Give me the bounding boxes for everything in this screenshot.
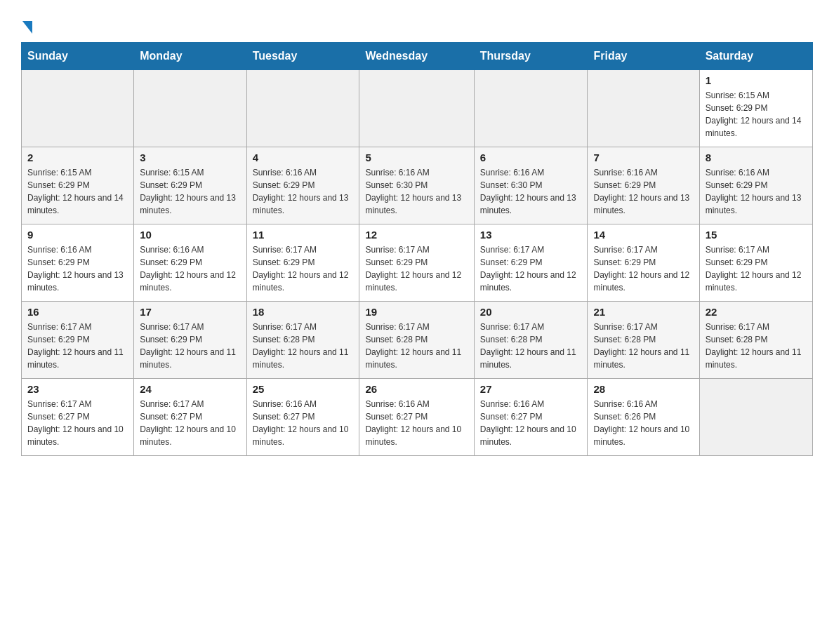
calendar-cell: 23Sunrise: 6:17 AMSunset: 6:27 PMDayligh…	[22, 379, 134, 456]
calendar-header-friday: Friday	[588, 43, 699, 70]
calendar-cell: 13Sunrise: 6:17 AMSunset: 6:29 PMDayligh…	[474, 224, 588, 302]
calendar-cell: 25Sunrise: 6:16 AMSunset: 6:27 PMDayligh…	[246, 379, 359, 456]
page-header	[21, 14, 813, 35]
calendar-cell: 14Sunrise: 6:17 AMSunset: 6:29 PMDayligh…	[588, 224, 699, 302]
calendar-cell: 27Sunrise: 6:16 AMSunset: 6:27 PMDayligh…	[474, 379, 588, 456]
calendar-cell: 3Sunrise: 6:15 AMSunset: 6:29 PMDaylight…	[134, 147, 246, 224]
calendar-header-saturday: Saturday	[699, 43, 812, 70]
day-info: Sunrise: 6:17 AMSunset: 6:29 PMDaylight:…	[140, 321, 240, 371]
calendar-cell: 2Sunrise: 6:15 AMSunset: 6:29 PMDaylight…	[22, 147, 134, 224]
day-info: Sunrise: 6:17 AMSunset: 6:27 PMDaylight:…	[27, 398, 128, 448]
day-info: Sunrise: 6:15 AMSunset: 6:29 PMDaylight:…	[140, 166, 240, 217]
calendar-cell: 22Sunrise: 6:17 AMSunset: 6:28 PMDayligh…	[699, 302, 812, 379]
calendar-cell: 26Sunrise: 6:16 AMSunset: 6:27 PMDayligh…	[359, 379, 474, 456]
day-number: 18	[253, 306, 354, 318]
day-number: 8	[706, 152, 807, 163]
calendar-cell: 1Sunrise: 6:15 AMSunset: 6:29 PMDaylight…	[699, 70, 812, 147]
day-info: Sunrise: 6:17 AMSunset: 6:28 PMDaylight:…	[593, 321, 693, 371]
day-info: Sunrise: 6:16 AMSunset: 6:27 PMDaylight:…	[365, 398, 468, 448]
day-number: 13	[480, 229, 582, 241]
calendar-cell	[134, 70, 246, 147]
day-info: Sunrise: 6:15 AMSunset: 6:29 PMDaylight:…	[706, 89, 807, 140]
calendar-header-wednesday: Wednesday	[359, 43, 474, 70]
calendar-cell	[588, 70, 699, 147]
calendar-week-row: 2Sunrise: 6:15 AMSunset: 6:29 PMDaylight…	[22, 147, 813, 224]
calendar-cell: 16Sunrise: 6:17 AMSunset: 6:29 PMDayligh…	[22, 302, 134, 379]
day-info: Sunrise: 6:16 AMSunset: 6:29 PMDaylight:…	[593, 166, 693, 217]
day-number: 21	[593, 306, 693, 318]
day-info: Sunrise: 6:15 AMSunset: 6:29 PMDaylight:…	[27, 166, 128, 217]
calendar-header-thursday: Thursday	[474, 43, 588, 70]
calendar-cell: 17Sunrise: 6:17 AMSunset: 6:29 PMDayligh…	[134, 302, 246, 379]
day-number: 3	[140, 152, 240, 163]
day-number: 20	[480, 306, 582, 318]
day-number: 23	[27, 383, 128, 395]
calendar-cell: 21Sunrise: 6:17 AMSunset: 6:28 PMDayligh…	[588, 302, 699, 379]
day-number: 5	[365, 152, 468, 163]
calendar-header-tuesday: Tuesday	[246, 43, 359, 70]
day-info: Sunrise: 6:16 AMSunset: 6:30 PMDaylight:…	[480, 166, 582, 217]
day-number: 14	[593, 229, 693, 241]
day-number: 28	[593, 383, 693, 395]
calendar-cell	[359, 70, 474, 147]
day-number: 9	[27, 229, 128, 241]
day-info: Sunrise: 6:17 AMSunset: 6:29 PMDaylight:…	[706, 243, 807, 294]
day-info: Sunrise: 6:17 AMSunset: 6:28 PMDaylight:…	[706, 321, 807, 371]
calendar-header-monday: Monday	[134, 43, 246, 70]
calendar-week-row: 9Sunrise: 6:16 AMSunset: 6:29 PMDaylight…	[22, 224, 813, 302]
day-number: 27	[480, 383, 582, 395]
calendar-cell: 6Sunrise: 6:16 AMSunset: 6:30 PMDaylight…	[474, 147, 588, 224]
day-number: 12	[365, 229, 468, 241]
calendar-cell	[699, 379, 812, 456]
calendar-week-row: 1Sunrise: 6:15 AMSunset: 6:29 PMDaylight…	[22, 70, 813, 147]
calendar-cell: 20Sunrise: 6:17 AMSunset: 6:28 PMDayligh…	[474, 302, 588, 379]
day-number: 10	[140, 229, 240, 241]
calendar-cell: 12Sunrise: 6:17 AMSunset: 6:29 PMDayligh…	[359, 224, 474, 302]
day-info: Sunrise: 6:17 AMSunset: 6:29 PMDaylight:…	[480, 243, 582, 294]
day-number: 6	[480, 152, 582, 163]
day-number: 19	[365, 306, 468, 318]
day-info: Sunrise: 6:17 AMSunset: 6:28 PMDaylight:…	[480, 321, 582, 371]
calendar-cell	[22, 70, 134, 147]
calendar-cell: 10Sunrise: 6:16 AMSunset: 6:29 PMDayligh…	[134, 224, 246, 302]
day-number: 2	[27, 152, 128, 163]
day-info: Sunrise: 6:17 AMSunset: 6:29 PMDaylight:…	[593, 243, 693, 294]
day-info: Sunrise: 6:17 AMSunset: 6:29 PMDaylight:…	[253, 243, 354, 294]
day-info: Sunrise: 6:16 AMSunset: 6:30 PMDaylight:…	[365, 166, 468, 217]
calendar-week-row: 23Sunrise: 6:17 AMSunset: 6:27 PMDayligh…	[22, 379, 813, 456]
day-info: Sunrise: 6:17 AMSunset: 6:29 PMDaylight:…	[27, 321, 128, 371]
calendar-header-sunday: Sunday	[22, 43, 134, 70]
calendar-cell: 5Sunrise: 6:16 AMSunset: 6:30 PMDaylight…	[359, 147, 474, 224]
calendar-cell: 28Sunrise: 6:16 AMSunset: 6:26 PMDayligh…	[588, 379, 699, 456]
day-number: 11	[253, 229, 354, 241]
calendar-cell	[246, 70, 359, 147]
calendar-cell: 11Sunrise: 6:17 AMSunset: 6:29 PMDayligh…	[246, 224, 359, 302]
calendar-cell: 4Sunrise: 6:16 AMSunset: 6:29 PMDaylight…	[246, 147, 359, 224]
day-info: Sunrise: 6:16 AMSunset: 6:26 PMDaylight:…	[593, 398, 693, 448]
calendar-table: SundayMondayTuesdayWednesdayThursdayFrid…	[21, 42, 813, 456]
day-info: Sunrise: 6:16 AMSunset: 6:27 PMDaylight:…	[480, 398, 582, 448]
day-number: 22	[706, 306, 807, 318]
day-info: Sunrise: 6:17 AMSunset: 6:28 PMDaylight:…	[365, 321, 468, 371]
calendar-cell: 18Sunrise: 6:17 AMSunset: 6:28 PMDayligh…	[246, 302, 359, 379]
day-number: 15	[706, 229, 807, 241]
day-info: Sunrise: 6:17 AMSunset: 6:29 PMDaylight:…	[365, 243, 468, 294]
day-number: 1	[706, 74, 807, 86]
calendar-cell: 9Sunrise: 6:16 AMSunset: 6:29 PMDaylight…	[22, 224, 134, 302]
calendar-cell: 8Sunrise: 6:16 AMSunset: 6:29 PMDaylight…	[699, 147, 812, 224]
day-info: Sunrise: 6:17 AMSunset: 6:28 PMDaylight:…	[253, 321, 354, 371]
calendar-week-row: 16Sunrise: 6:17 AMSunset: 6:29 PMDayligh…	[22, 302, 813, 379]
day-number: 25	[253, 383, 354, 395]
day-number: 17	[140, 306, 240, 318]
day-number: 4	[253, 152, 354, 163]
day-number: 16	[27, 306, 128, 318]
calendar-cell	[474, 70, 588, 147]
day-number: 26	[365, 383, 468, 395]
day-info: Sunrise: 6:16 AMSunset: 6:29 PMDaylight:…	[253, 166, 354, 217]
calendar-header-row: SundayMondayTuesdayWednesdayThursdayFrid…	[22, 43, 813, 70]
calendar-cell: 19Sunrise: 6:17 AMSunset: 6:28 PMDayligh…	[359, 302, 474, 379]
calendar-cell: 15Sunrise: 6:17 AMSunset: 6:29 PMDayligh…	[699, 224, 812, 302]
logo-triangle-icon	[22, 21, 32, 34]
day-info: Sunrise: 6:16 AMSunset: 6:29 PMDaylight:…	[706, 166, 807, 217]
logo	[21, 21, 32, 35]
